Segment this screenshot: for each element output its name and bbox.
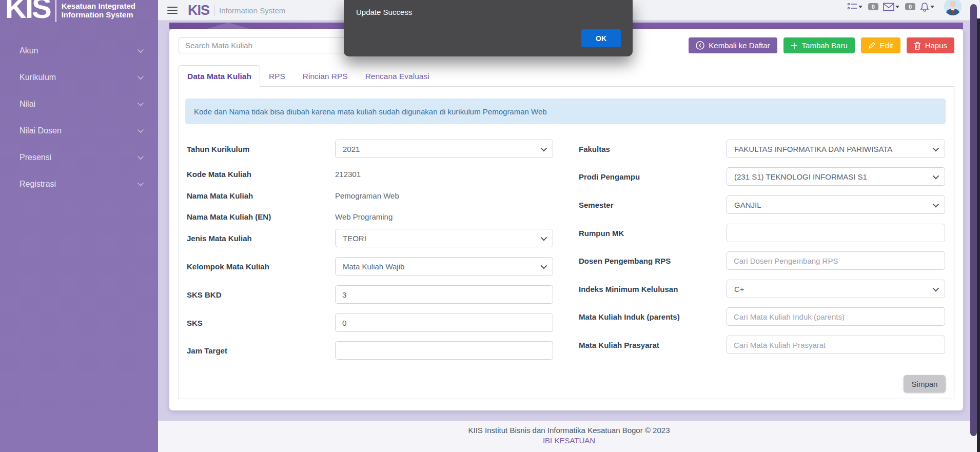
input-rumpun-mk[interactable] (727, 224, 945, 242)
tab-rencana-evaluasi[interactable]: Rencana Evaluasi (357, 65, 438, 86)
caret-down-icon (895, 6, 899, 8)
content-card: Kembali ke Daftar Tambah Baru Edit Hap (169, 29, 963, 410)
toolbar-buttons: Kembali ke Daftar Tambah Baru Edit Hap (689, 37, 954, 53)
sidebar-item-label: Akun (19, 46, 38, 55)
select-fakultas[interactable]: FAKULTAS INFORMATIKA DAN PARIWISATA (727, 140, 945, 158)
chevron-down-icon (933, 201, 939, 207)
field-label-indeks-minimum-kelulusan: Indeks Minimum Kelulusan (579, 285, 678, 293)
select-indeks-minimum-kelulusan[interactable]: C+ (727, 280, 945, 298)
sidebar-item-label: Kurikulum (19, 73, 56, 82)
tab-rps[interactable]: RPS (260, 65, 294, 86)
sidebar-item-nilai-dosen[interactable]: Nilai Dosen (0, 117, 158, 144)
mail-menu-button[interactable] (883, 3, 900, 11)
chevron-down-icon (933, 172, 939, 179)
field-label-dosen-pengembang-rps: Dosen Pengembang RPS (579, 257, 671, 265)
sidebar: KIS Kesatuan Integrated Information Syst… (0, 0, 158, 452)
logo-divider (55, 0, 56, 22)
edit-button-label: Edit (880, 41, 893, 50)
trash-icon (914, 42, 921, 50)
select-prodi-pengampu[interactable]: (231 S1) TEKNOLOGI INFORMASI S1 (727, 167, 945, 186)
scrollbar-thumb[interactable] (970, 4, 977, 436)
field-label-mata-kuliah-prasyarat: Mata Kuliah Prasyarat (579, 341, 659, 349)
field-label-prodi-pengampu: Prodi Pengampu (579, 172, 640, 181)
tab-bar: Data Mata KuliahRPSRincian RPSRencana Ev… (179, 65, 438, 87)
save-button[interactable]: Simpan (904, 375, 946, 392)
header-brand-divider (214, 5, 214, 16)
sidebar-item-nilai[interactable]: Nilai (0, 91, 158, 117)
caret-down-icon (930, 6, 934, 8)
hamburger-menu-icon[interactable] (167, 7, 178, 14)
select-value: GANJIL (734, 201, 761, 209)
dialog-message: Update Success (356, 8, 412, 16)
chevron-down-icon (138, 100, 144, 106)
sidebar-item-label: Nilai (19, 100, 35, 109)
chevron-down-icon (138, 73, 144, 80)
plus-icon (791, 42, 798, 49)
sidebar-menu: AkunKurikulumNilaiNilai DosenPresensiReg… (0, 37, 158, 198)
header-icons: 0 0 (847, 0, 962, 15)
sidebar-item-label: Registrasi (19, 180, 56, 189)
select-semester[interactable]: GANJIL (727, 195, 945, 214)
avatar-person-icon (944, 0, 962, 15)
add-button-label: Tambah Baru (802, 41, 848, 50)
chevron-down-icon (933, 145, 939, 151)
sidebar-item-label: Nilai Dosen (19, 126, 62, 135)
task-list-icon (847, 2, 857, 11)
back-to-list-button[interactable]: Kembali ke Daftar (689, 37, 777, 53)
header-brand-sub: Information System (219, 6, 285, 15)
back-button-label: Kembali ke Daftar (709, 41, 770, 50)
input-mata-kuliah-prasyarat[interactable] (727, 336, 945, 354)
brand-line2: Information System (62, 10, 135, 19)
delete-button[interactable]: Hapus (907, 37, 954, 53)
sidebar-item-kurikulum[interactable]: Kurikulum (0, 64, 158, 91)
sidebar-item-akun[interactable]: Akun (0, 37, 158, 64)
pencil-icon (868, 42, 876, 49)
chevron-down-icon (138, 153, 144, 160)
page-footer: KIIS Institut Bisnis dan Informatika Kes… (158, 421, 980, 452)
tab-data-mata-kuliah[interactable]: Data Mata Kuliah (179, 65, 260, 87)
dialog-ok-button[interactable]: OK (581, 29, 621, 47)
input-mata-kuliah-induk-parents[interactable] (727, 307, 945, 326)
chevron-down-icon (138, 180, 144, 186)
select-value: FAKULTAS INFORMATIKA DAN PARIWISATA (734, 145, 892, 153)
brand-line1: Kesatuan Integrated (62, 2, 135, 10)
select-value: C+ (734, 285, 744, 293)
mail-count-badge: 0 (868, 3, 878, 10)
edit-button[interactable]: Edit (861, 37, 900, 53)
tab-panel: Kode dan Nama tidak bisa diubah karena m… (179, 86, 954, 399)
info-alert: Kode dan Nama tidak bisa diubah karena m… (185, 99, 946, 124)
field-label-mata-kuliah-induk-parents: Mata Kuliah Induk (parents) (579, 312, 680, 321)
form-row-mata-kuliah-induk-parents: Mata Kuliah Induk (parents) (179, 307, 954, 326)
chevron-down-icon (933, 285, 939, 291)
add-new-button[interactable]: Tambah Baru (783, 37, 855, 53)
notification-count-badge: 0 (905, 3, 915, 10)
sidebar-logo: KIS Kesatuan Integrated Information Syst… (5, 0, 135, 23)
form-row-prodi-pengampu: Prodi Pengampu(231 S1) TEKNOLOGI INFORMA… (179, 167, 954, 186)
footer-link[interactable]: IBI KESATUAN (543, 436, 595, 445)
sidebar-item-registrasi[interactable]: Registrasi (0, 171, 158, 198)
user-avatar[interactable] (944, 0, 962, 15)
delete-button-label: Hapus (925, 41, 947, 50)
sidebar-item-label: Presensi (19, 153, 51, 162)
window-edge (977, 18, 980, 452)
caret-down-icon (858, 6, 863, 8)
chevron-down-icon (138, 47, 144, 53)
header-brand-abbr: KIS (188, 3, 209, 18)
form-row-fakultas: FakultasFAKULTAS INFORMATIKA DAN PARIWIS… (179, 140, 954, 158)
tasks-menu-button[interactable] (847, 2, 864, 11)
form-row-rumpun-mk: Rumpun MK (179, 224, 954, 242)
banner-triangle (205, 23, 251, 29)
tab-rincian-rps[interactable]: Rincian RPS (294, 65, 357, 86)
circle-chevron-left-icon (696, 41, 704, 50)
input-dosen-pengembang-rps[interactable] (727, 251, 945, 270)
bell-icon (920, 2, 929, 12)
sidebar-item-presensi[interactable]: Presensi (0, 144, 158, 171)
form-row-mata-kuliah-prasyarat: Mata Kuliah Prasyarat (179, 336, 954, 354)
info-alert-text: Kode dan Nama tidak bisa diubah karena m… (194, 107, 547, 116)
chevron-down-icon (138, 127, 144, 133)
header-brand: KIS Information System (188, 3, 285, 18)
form-row-semester: SemesterGANJIL (179, 195, 954, 214)
form-row-indeks-minimum-kelulusan: Indeks Minimum KelulusanC+ (179, 280, 954, 298)
field-label-fakultas: Fakultas (579, 145, 610, 153)
notifications-menu-button[interactable] (920, 2, 935, 12)
